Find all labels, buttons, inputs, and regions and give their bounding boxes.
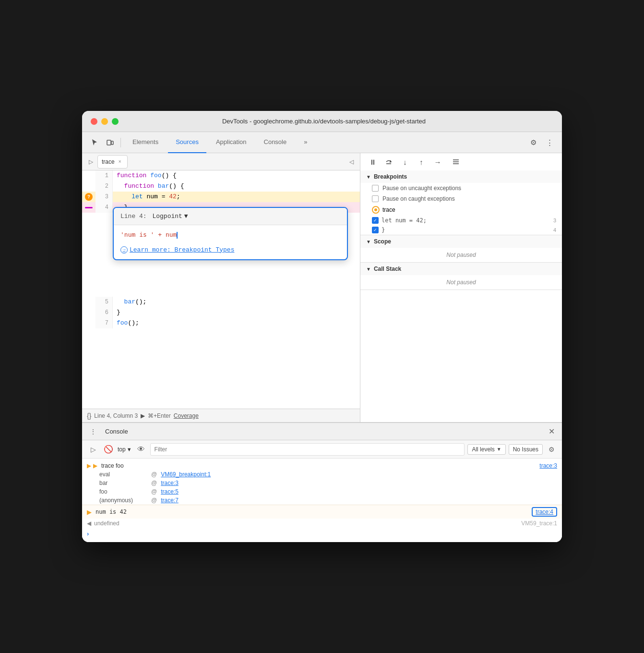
line-content-3: let num = 42;	[113, 192, 360, 202]
undef-text: undefined	[94, 520, 119, 527]
line-num-1: 1	[95, 170, 113, 181]
pause-uncaught-checkbox[interactable]	[372, 185, 379, 192]
breakpoints-title: Breakpoints	[374, 173, 407, 180]
code-line-5: 5 bar();	[82, 297, 360, 307]
output-ref[interactable]: trace:4	[532, 507, 557, 517]
device-icon[interactable]	[103, 136, 117, 149]
learn-more-link[interactable]: → Learn more: Breakpoint Types	[120, 246, 340, 254]
stack-anon-link[interactable]: trace:7	[161, 497, 179, 504]
tab-application[interactable]: Application	[208, 132, 254, 153]
at-sign-2: @	[151, 480, 157, 486]
console-output-line: ▶ num is 42 trace:4	[82, 505, 562, 519]
settings-icon[interactable]: ⚙	[526, 136, 540, 149]
stack-line-anon: (anonymous) @ trace:7	[82, 496, 562, 505]
main-area: ▷ trace × ◁ 1 function foo() {	[82, 153, 562, 422]
console-settings-icon[interactable]: ⚙	[546, 444, 557, 455]
stack-bar-link[interactable]: trace:3	[161, 480, 179, 486]
bp-indicator-5	[82, 297, 95, 307]
right-panel: ⏸ ↓ ↑ →	[360, 153, 562, 422]
bp1-checkbox[interactable]: ✓	[372, 217, 379, 224]
scope-not-paused: Not paused	[360, 248, 562, 262]
pause-uncaught-item[interactable]: Pause on uncaught exceptions	[360, 183, 562, 193]
stack-line-bar: bar @ trace:3	[82, 479, 562, 487]
all-levels-arrow: ▼	[497, 447, 501, 452]
bp-item-2[interactable]: ✓ } 4	[360, 225, 562, 235]
bp1-line: 3	[553, 218, 556, 223]
debug-controls: ⏸ ↓ ↑ →	[360, 153, 562, 170]
lp-type-select[interactable]: Logpoint ▼	[152, 213, 188, 220]
eye-icon[interactable]: 👁	[135, 443, 147, 456]
top-context-dropdown[interactable]: top ▼	[118, 446, 132, 453]
group-trace-ref[interactable]: trace:3	[539, 462, 557, 469]
expand-panel-icon[interactable]: ▷	[86, 157, 95, 167]
all-levels-dropdown[interactable]: All levels ▼	[467, 444, 505, 455]
more-options-icon[interactable]: ⋮	[543, 136, 556, 149]
breakpoints-header[interactable]: ▼ Breakpoints	[360, 170, 562, 183]
lp-line-label: Line 4:	[120, 213, 147, 220]
at-sign-3: @	[151, 488, 157, 495]
pause-resume-btn[interactable]: ⏸	[366, 156, 379, 168]
group-name: trace foo	[101, 462, 124, 469]
stack-bar-label: bar	[99, 480, 147, 486]
scope-header[interactable]: ▼ Scope	[360, 235, 562, 248]
line-num-2: 2	[95, 181, 113, 192]
lp-expression: 'num is ' + num	[120, 231, 177, 238]
callstack-header[interactable]: ▼ Call Stack	[360, 263, 562, 275]
tab-elements[interactable]: Elements	[125, 132, 166, 153]
no-issues-badge[interactable]: No Issues	[509, 444, 543, 455]
deactivate-bp-btn[interactable]	[450, 156, 462, 168]
pause-caught-checkbox[interactable]	[372, 195, 379, 202]
callstack-title: Call Stack	[374, 266, 401, 272]
code-line-3: ? 3 let num = 42;	[82, 192, 360, 202]
console-menu-icon[interactable]: ⋮	[87, 425, 99, 438]
console-close-btn[interactable]: ✕	[546, 426, 557, 437]
format-icon[interactable]: {}	[87, 412, 91, 420]
undef-ref[interactable]: VM59_trace:1	[521, 520, 557, 527]
step-over-btn[interactable]	[382, 156, 395, 168]
bp2-checkbox[interactable]: ✓	[372, 227, 379, 233]
step-btn[interactable]: →	[431, 156, 444, 168]
file-tab-close[interactable]: ×	[117, 158, 123, 165]
stack-eval-link[interactable]: VM69_breakpoint:1	[161, 471, 211, 478]
pause-caught-item[interactable]: Pause on caught exceptions	[360, 193, 562, 204]
cursor-icon[interactable]	[88, 136, 101, 149]
code-line-2: 2 function bar() {	[82, 181, 360, 192]
file-tab-trace[interactable]: trace ×	[97, 155, 128, 169]
bp-indicator-3: ?	[82, 192, 95, 202]
console-prompt[interactable]: ›	[82, 528, 562, 539]
bp2-text: }	[382, 227, 550, 233]
step-into-btn[interactable]: ↓	[399, 156, 411, 168]
all-levels-label: All levels	[472, 446, 494, 453]
run-icon[interactable]: ▶	[141, 412, 145, 419]
console-group-header[interactable]: ▶ ▶ trace foo trace:3	[87, 462, 557, 469]
line-content-6: }	[113, 307, 360, 318]
logpoint-footer: → Learn more: Breakpoint Types	[114, 242, 347, 259]
prohibit-icon[interactable]: 🚫	[102, 443, 115, 456]
console-undef-line: ◀ undefined VM59_trace:1	[82, 519, 562, 528]
tab-sources[interactable]: Sources	[168, 132, 206, 153]
learn-more-circle-icon: →	[120, 246, 128, 254]
tab-console[interactable]: Console	[256, 132, 295, 153]
no-issues-label: No Issues	[513, 446, 538, 453]
devtools-body: Elements Sources Application Console » ⚙…	[82, 132, 562, 542]
step-out-btn[interactable]: ↑	[415, 156, 428, 168]
clear-console-icon[interactable]: ▷	[87, 443, 99, 456]
tab-more[interactable]: »	[296, 132, 315, 153]
trace-name: trace	[382, 206, 395, 213]
collapse-panel-icon[interactable]: ◁	[346, 157, 356, 167]
bp-item-1[interactable]: ✓ let num = 42; 3	[360, 216, 562, 225]
coverage-label[interactable]: Coverage	[174, 412, 199, 419]
bp-indicator-1	[82, 170, 95, 181]
lp-type-label: Logpoint	[152, 213, 182, 220]
logpoint-header: Line 4: Logpoint ▼	[114, 208, 347, 225]
line-content-2: function bar() {	[113, 181, 360, 192]
callstack-not-paused: Not paused	[360, 275, 562, 290]
scope-title: Scope	[374, 238, 391, 245]
trace-bp-icon	[372, 206, 380, 214]
logpoint-body[interactable]: 'num is ' + num	[114, 225, 347, 242]
console-filter-input[interactable]	[150, 443, 465, 456]
bp1-text: let num = 42;	[382, 217, 550, 224]
line-content-5: bar();	[113, 297, 360, 307]
stack-foo-link[interactable]: trace:5	[161, 488, 179, 495]
toolbar-right: ⚙ ⋮	[526, 136, 556, 149]
